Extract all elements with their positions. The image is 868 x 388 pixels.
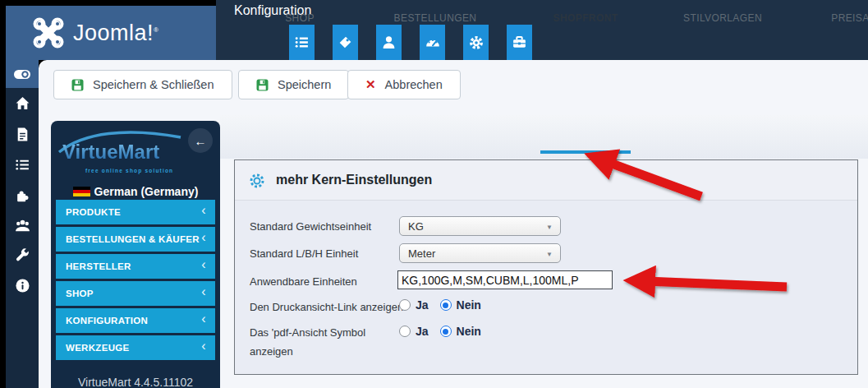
dashboard-icon-button[interactable] [420, 25, 445, 60]
active-tab-underline [540, 150, 631, 154]
virtuemart-logo: VirtueMart [62, 141, 159, 164]
vm-menu-bestellungen-kaeufer[interactable]: BESTELLUNGEN & KÄUFER‹ [56, 227, 215, 252]
save-close-button[interactable]: Speichern & Schließen [53, 70, 232, 99]
language-label: German (Germany) [94, 185, 199, 198]
save-icon [71, 79, 84, 91]
sidebar-item-toggle[interactable] [6, 60, 39, 88]
sidebar-item-home[interactable] [6, 89, 39, 117]
radio-checked-icon [440, 326, 452, 337]
settings-panel-header: mehr Kern-Einstellungen [235, 160, 857, 201]
list-icon [15, 157, 30, 173]
radio-checked-icon [440, 299, 452, 311]
joomla-knot-icon [32, 16, 65, 49]
field-label-druckansicht: Den Druckansicht-Link anzeigen [250, 298, 414, 317]
lbh-einheit-select[interactable]: Meter ▼ [399, 243, 561, 263]
gear-icon [248, 172, 266, 190]
tags-icon-button[interactable] [333, 25, 358, 60]
virtuemart-sidebar: ← VirtueMart free online shop solution G… [51, 121, 220, 388]
chevron-left-icon: ‹ [201, 312, 206, 326]
tab-preisansicht[interactable]: PREISAN [788, 12, 868, 24]
user-icon-button[interactable] [376, 25, 402, 60]
gear-icon [468, 35, 485, 51]
pdf-ansicht-nein-radio[interactable]: Nein [440, 325, 481, 338]
tab-stilvorlagen[interactable]: STILVORLAGEN [657, 12, 788, 24]
vm-menu-konfiguration[interactable]: KONFIGURATION‹ [56, 308, 215, 333]
toolbox-icon-button[interactable] [507, 25, 532, 60]
close-icon: ✕ [365, 77, 376, 92]
virtuemart-tagline: free online shop solution [85, 168, 173, 173]
user-icon [381, 35, 397, 50]
settings-icon-button[interactable] [463, 25, 489, 60]
cancel-button[interactable]: ✕ Abbrechen [347, 70, 461, 99]
chevron-left-icon: ‹ [201, 203, 206, 218]
field-label-lbh-einheit: Standard L/B/H Einheit [250, 245, 414, 264]
gewichtseinheit-select[interactable]: KG ▼ [399, 216, 561, 236]
tab-shopfront[interactable]: SHOPFRONT [520, 12, 651, 24]
settings-panel-title: mehr Kern-Einstellungen [276, 173, 432, 187]
wrench-icon [15, 247, 30, 263]
field-label-pdf-ansicht: Das 'pdf-Ansicht Symbol anzeigen [250, 324, 396, 362]
home-icon [15, 95, 30, 111]
sidebar-item-users[interactable] [6, 211, 39, 239]
pdf-ansicht-ja-radio[interactable]: Ja [399, 325, 429, 338]
dashboard-gauge-icon [425, 35, 441, 51]
pdf-ansicht-radio-group: Ja Nein [399, 325, 481, 338]
vm-menu-shop[interactable]: SHOP‹ [56, 281, 215, 306]
druckansicht-radio-group: Ja Nein [399, 298, 481, 312]
tag-icon [338, 35, 353, 50]
radio-unchecked-icon [399, 326, 411, 337]
tab-shop[interactable]: SHOP [234, 12, 365, 24]
german-flag-icon [73, 187, 90, 197]
cancel-label: Abbrechen [385, 78, 443, 91]
settings-panel: mehr Kern-Einstellungen Standard Gewicht… [234, 159, 858, 375]
sidebar-item-system[interactable] [6, 241, 39, 269]
field-label-gewichtseinheit: Standard Gewichtseinheit [250, 218, 414, 237]
joomla-logo: Joomla!® [32, 16, 158, 49]
joomla-admin-window: Joomla!® Konfiguration [0, 0, 868, 388]
druckansicht-nein-radio[interactable]: Nein [440, 298, 481, 312]
chevron-left-icon: ‹ [201, 257, 206, 272]
vm-menu: PRODUKTE‹ BESTELLUNGEN & KÄUFER‹ HERSTEL… [56, 200, 215, 363]
sidebar-item-content[interactable] [6, 120, 39, 148]
vm-version-label: VirtueMart 4.4.5.11102 [51, 376, 220, 388]
save-icon [256, 79, 269, 91]
puzzle-icon [15, 188, 30, 204]
menu-list-icon-button[interactable] [289, 25, 315, 60]
sidebar-item-menus[interactable] [6, 150, 39, 178]
info-icon [15, 278, 30, 293]
druckansicht-ja-radio[interactable]: Ja [399, 298, 429, 312]
chevron-down-icon: ▼ [546, 224, 553, 231]
joomla-wordmark: Joomla!® [73, 21, 158, 46]
radio-unchecked-icon [399, 299, 411, 311]
chevron-down-icon: ▼ [546, 251, 553, 258]
header-bar: Konfiguration [216, 0, 868, 60]
sidebar-item-components[interactable] [6, 182, 39, 210]
toggle-icon [13, 67, 31, 82]
sidebar-item-info[interactable] [6, 271, 39, 299]
back-arrow-icon: ← [195, 134, 207, 148]
field-label-anwendbare-einheiten: Anwendbare Einheiten [250, 273, 414, 292]
chevron-left-icon: ‹ [201, 230, 206, 245]
save-close-label: Speichern & Schließen [93, 78, 214, 91]
collapse-sidebar-button[interactable]: ← [188, 128, 213, 153]
language-selector[interactable]: German (Germany) [51, 185, 220, 198]
users-group-icon [14, 218, 31, 233]
list-icon [294, 35, 310, 50]
document-icon [16, 127, 30, 142]
admin-sidebar [6, 60, 39, 388]
vm-menu-produkte[interactable]: PRODUKTE‹ [56, 200, 215, 224]
chevron-left-icon: ‹ [201, 284, 206, 299]
save-button[interactable]: Speichern [238, 70, 349, 99]
joomla-header-block: Joomla!® [6, 6, 216, 60]
anwendbare-einheiten-input[interactable] [397, 270, 613, 289]
chevron-left-icon: ‹ [201, 339, 206, 353]
save-label: Speichern [278, 78, 331, 91]
toolbox-icon [512, 35, 527, 50]
vm-menu-werkzeuge[interactable]: WERKZEUGE‹ [56, 335, 215, 360]
vm-menu-hersteller[interactable]: HERSTELLER‹ [56, 254, 215, 279]
tab-bestellungen[interactable]: BESTELLUNGEN [370, 12, 501, 24]
